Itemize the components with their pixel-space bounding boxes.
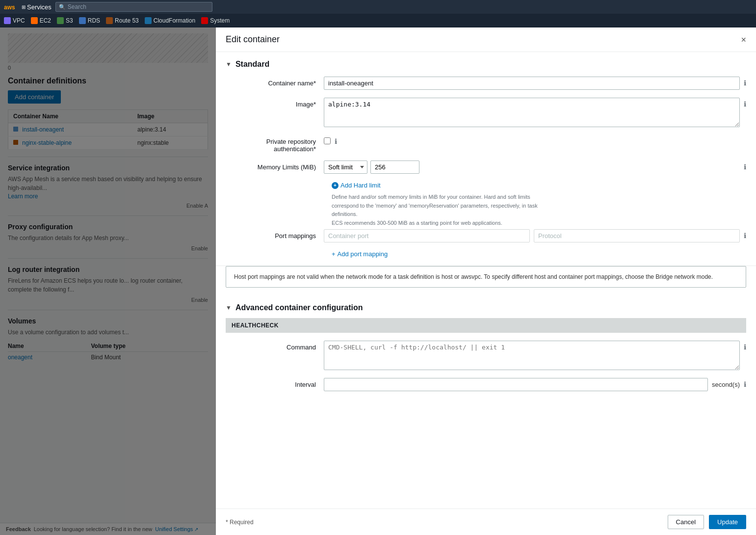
- add-hard-limit-label: Add Hard limit: [340, 182, 381, 189]
- protocol-input[interactable]: [534, 229, 740, 242]
- standard-section: ▼ Standard Container name* ℹ Image* alpi…: [216, 52, 756, 266]
- cancel-button[interactable]: Cancel: [668, 515, 704, 529]
- command-label: Command: [226, 341, 324, 351]
- memory-help-text: Define hard and/or soft memory limits in…: [332, 193, 626, 227]
- rds-icon: [79, 17, 86, 24]
- memory-limits-row: Memory Limits (MiB) Soft limit Hard limi…: [226, 160, 746, 174]
- advanced-section: ▼ Advanced container configuration HEALT…: [216, 295, 756, 407]
- advanced-section-header[interactable]: ▼ Advanced container configuration: [226, 303, 746, 312]
- memory-limit-type-select[interactable]: Soft limit Hard limit: [324, 160, 367, 174]
- ec2-icon: [31, 17, 38, 24]
- memory-controls: Soft limit Hard limit: [324, 160, 740, 174]
- route53-icon: [106, 17, 113, 24]
- services-menu[interactable]: ⊞ Services: [22, 3, 52, 11]
- port-mappings-info-icon[interactable]: ℹ: [744, 232, 746, 240]
- edit-container-modal: Edit container × ▼ Standard Container na…: [216, 27, 756, 535]
- command-info-icon[interactable]: ℹ: [744, 343, 746, 351]
- port-fields: [324, 229, 740, 242]
- modal-body[interactable]: ▼ Standard Container name* ℹ Image* alpi…: [216, 52, 756, 508]
- image-row: Image* alpine:3.14 ℹ: [226, 98, 746, 127]
- modal-close-button[interactable]: ×: [741, 35, 746, 44]
- search-bar[interactable]: 🔍: [55, 2, 212, 12]
- ec2-label: EC2: [40, 17, 51, 24]
- sidebar-item-rds[interactable]: RDS: [79, 17, 100, 24]
- sidebar-item-cloudformation[interactable]: CloudFormation: [145, 17, 195, 24]
- private-repo-info-icon[interactable]: ℹ: [335, 137, 337, 145]
- modal-footer: * Required Cancel Update: [216, 508, 756, 535]
- memory-help-line3: definitions.: [332, 211, 358, 217]
- port-mappings-label: Port mappings: [226, 229, 324, 240]
- add-hard-limit-link[interactable]: + Add Hard limit: [332, 182, 746, 189]
- system-label: System: [210, 17, 230, 24]
- main-area: 0 Container definitions Add container Co…: [0, 27, 756, 535]
- add-hard-limit-icon: +: [332, 182, 339, 189]
- add-port-mapping-link[interactable]: + Add port mapping: [332, 250, 746, 258]
- secondary-navigation: VPC EC2 S3 RDS Route 53 CloudFormation S…: [0, 14, 756, 27]
- required-note: * Required: [226, 519, 254, 526]
- modal-header: Edit container ×: [216, 27, 756, 52]
- add-port-icon: +: [332, 250, 336, 258]
- services-label: Services: [27, 3, 52, 11]
- container-name-row: Container name* ℹ: [226, 77, 746, 90]
- vpc-label: VPC: [13, 17, 25, 24]
- memory-limits-control: Soft limit Hard limit ℹ: [324, 160, 746, 174]
- search-icon: 🔍: [59, 4, 66, 10]
- private-repo-checkbox[interactable]: [324, 137, 331, 144]
- rds-label: RDS: [88, 17, 100, 24]
- port-mappings-row: Port mappings ℹ: [226, 229, 746, 242]
- interval-units: second(s): [712, 378, 740, 388]
- sidebar-item-route53[interactable]: Route 53: [106, 17, 139, 24]
- image-info-icon[interactable]: ℹ: [744, 100, 746, 108]
- sidebar-item-ec2[interactable]: EC2: [31, 17, 51, 24]
- memory-limits-label: Memory Limits (MiB): [226, 160, 324, 171]
- interval-info-icon[interactable]: ℹ: [744, 380, 746, 388]
- interval-input[interactable]: [324, 378, 708, 391]
- interval-control: second(s) ℹ: [324, 378, 746, 391]
- memory-help-line2: correspond to the 'memory' and 'memoryRe…: [332, 203, 538, 209]
- memory-info-icon[interactable]: ℹ: [744, 163, 746, 171]
- image-input[interactable]: alpine:3.14: [324, 98, 740, 127]
- sidebar-item-s3[interactable]: S3: [57, 17, 73, 24]
- modal-title: Edit container: [226, 34, 280, 45]
- command-control: ℹ: [324, 341, 746, 370]
- command-input[interactable]: [324, 341, 740, 370]
- sidebar-item-vpc[interactable]: VPC: [4, 17, 25, 24]
- search-input[interactable]: [68, 3, 209, 10]
- container-name-info-icon[interactable]: ℹ: [744, 79, 746, 87]
- update-button[interactable]: Update: [709, 515, 746, 529]
- sidebar-item-system[interactable]: System: [201, 17, 230, 24]
- memory-help-line4: ECS recommends 300-500 MiB as a starting…: [332, 220, 502, 226]
- chevron-down-icon: ▼: [226, 61, 232, 68]
- add-port-mapping-label: Add port mapping: [338, 250, 388, 258]
- vpc-icon: [4, 17, 11, 24]
- image-label: Image*: [226, 98, 324, 108]
- container-name-input[interactable]: [324, 77, 740, 90]
- interval-row: Interval second(s) ℹ: [226, 378, 746, 391]
- aws-logo[interactable]: aws: [4, 2, 18, 11]
- command-row: Command ℹ: [226, 341, 746, 370]
- standard-section-label: Standard: [235, 60, 269, 69]
- chevron-down-icon: ▼: [226, 304, 232, 311]
- s3-label: S3: [66, 17, 73, 24]
- advanced-section-label: Advanced container configuration: [235, 303, 363, 312]
- private-repo-row: Private repository authentication* ℹ: [226, 135, 746, 153]
- container-port-input[interactable]: [324, 229, 530, 242]
- private-repo-label: Private repository authentication*: [226, 135, 324, 153]
- cf-icon: [145, 17, 152, 24]
- svg-text:aws: aws: [4, 4, 15, 11]
- footer-buttons: Cancel Update: [668, 515, 746, 529]
- route53-label: Route 53: [115, 17, 139, 24]
- memory-help-line1: Define hard and/or soft memory limits in…: [332, 194, 530, 200]
- port-mappings-control: ℹ: [324, 229, 746, 242]
- image-control: alpine:3.14 ℹ: [324, 98, 746, 127]
- info-box: Host port mappings are not valid when th…: [226, 266, 746, 288]
- private-repo-control: ℹ: [324, 135, 746, 145]
- info-box-text: Host port mappings are not valid when th…: [234, 273, 713, 280]
- top-navigation: aws ⊞ Services 🔍: [0, 0, 756, 14]
- standard-section-header[interactable]: ▼ Standard: [226, 60, 746, 69]
- grid-icon: ⊞: [22, 4, 26, 10]
- cf-label: CloudFormation: [154, 17, 195, 24]
- memory-value-input[interactable]: [370, 160, 419, 174]
- system-icon: [201, 17, 208, 24]
- container-name-control: ℹ: [324, 77, 746, 90]
